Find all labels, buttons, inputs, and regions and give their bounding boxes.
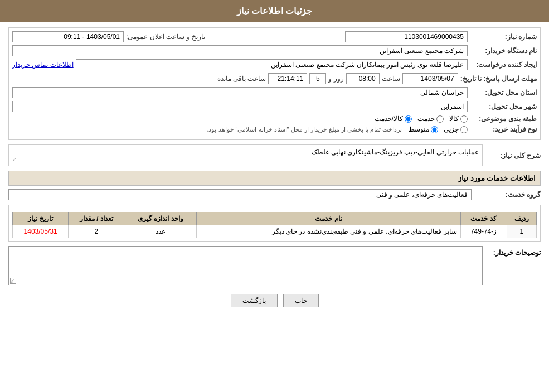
row-noaa: نوع فرآیند خرید: جزیی متوسط پرداخت تمام … xyxy=(12,125,537,133)
row-shomara: شماره نیاز: 1103001469000435 تاریخ و ساع… xyxy=(12,31,537,42)
tabaqe-kala-khedmat: کالا/خدمت xyxy=(375,115,412,123)
tarikh-label: تاریخ و ساعت اعلان عمومی: xyxy=(126,33,205,41)
row-goroh: گروه خدمت: فعالیت‌های حرفه‌ای، علمی و فن… xyxy=(8,189,541,200)
row-tabaqe: طبقه بندی موضوعی: کالا خدمت کالا/خدمت xyxy=(12,115,537,123)
tabaqe-radio-group: کالا خدمت کالا/خدمت xyxy=(375,115,468,123)
ijad-label: ایجاد کننده درخواست: xyxy=(470,61,537,69)
page-wrapper: جزئیات اطلاعات نیاز شماره نیاز: 11030014… xyxy=(0,0,549,392)
shomara-label: شماره نیاز: xyxy=(470,33,537,41)
header-row: ردیف کد خدمت نام خدمت واحد اندازه گیری ت… xyxy=(13,212,537,225)
cell-vahed: عدد xyxy=(124,225,197,238)
col-tedad: تعداد / مقدار xyxy=(69,212,124,225)
buyer-notes-box: ↙ xyxy=(8,246,483,285)
mohlat-mande-label: ساعت باقی مانده xyxy=(217,75,266,83)
label-jozii: جزیی xyxy=(444,125,459,133)
shahr-label: شهر محل تحویل: xyxy=(470,103,537,110)
col-vahed: واحد اندازه گیری xyxy=(124,212,197,225)
shahr-value: اسفراین xyxy=(12,101,468,112)
page-title: جزئیات اطلاعات نیاز xyxy=(237,6,313,16)
noaa-label: نوع فرآیند خرید: xyxy=(470,125,537,133)
khadamat-section-title: اطلاعات خدمات مورد نیاز xyxy=(8,171,541,186)
cell-radif: 1 xyxy=(507,225,537,238)
table-body: 1 ز-74-749 سایر فعالیت‌های حرفه‌ای، علمی… xyxy=(13,225,537,238)
ijad-value: علیرضا قلعه نوی رئیس امور بیمانکاران شرک… xyxy=(76,59,468,70)
main-info-section: شماره نیاز: 1103001469000435 تاریخ و ساع… xyxy=(8,27,541,140)
tabaqe-kala: کالا xyxy=(449,115,468,123)
mohlat-roz-label: روز و xyxy=(328,75,343,83)
mohlat-date: 1403/05/07 xyxy=(402,73,458,84)
noaa-motevaset: متوسط xyxy=(409,125,438,133)
row-ostan: استان محل تحویل: خراسان شمالی xyxy=(12,87,537,98)
radio-khedmat[interactable] xyxy=(436,115,444,123)
tabaqe-khedmat: خدمت xyxy=(417,115,444,123)
sharh-label: شرح کلی نیاز: xyxy=(485,152,541,159)
itelaat-link[interactable]: اطلاعات تماس خریدار xyxy=(12,61,74,69)
col-kod: کد خدمت xyxy=(460,212,507,225)
mohlat-label: مهلت ارسال پاسخ: تا تاریخ: xyxy=(460,75,537,83)
col-radif: ردیف xyxy=(507,212,537,225)
goroh-value: فعالیت‌های حرفه‌ای، علمی و فنی xyxy=(8,189,472,200)
back-button[interactable]: بازگشت xyxy=(231,294,278,307)
table-header: ردیف کد خدمت نام خدمت واحد اندازه گیری ت… xyxy=(13,212,537,225)
row-shahr: شهر محل تحویل: اسفراین xyxy=(12,101,537,112)
label-kala-khedmat: کالا/خدمت xyxy=(375,115,403,123)
radio-kala-khedmat[interactable] xyxy=(405,115,412,123)
mohlat-roz-value: 5 xyxy=(309,73,326,84)
label-motevaset: متوسط xyxy=(409,125,429,133)
noaa-jozii: جزیی xyxy=(444,125,468,133)
services-section: ردیف کد خدمت نام خدمت واحد اندازه گیری ت… xyxy=(8,205,541,242)
namdastgah-label: نام دستگاه خریدار: xyxy=(470,47,537,55)
mohlat-saat-value: 08:00 xyxy=(346,73,380,84)
row-ijad: ایجاد کننده درخواست: علیرضا قلعه نوی رئی… xyxy=(12,59,537,70)
cell-tarikh: 1403/05/31 xyxy=(13,225,69,238)
radio-kala[interactable] xyxy=(460,115,468,123)
buyer-notes-label: توصیحات خریدار: xyxy=(485,246,541,257)
mohlat-mande-value: 21:14:11 xyxy=(268,73,307,84)
noaa-radio-group: جزیی متوسط xyxy=(409,125,468,133)
cell-name: سایر فعالیت‌های حرفه‌ای، علمی و فنی طبقه… xyxy=(197,225,460,238)
row-sharh: شرح کلی نیاز: عملیات حرارتی القایی-دیپ ف… xyxy=(8,144,541,166)
button-group: چاپ بازگشت xyxy=(8,294,541,307)
cell-tedad: 2 xyxy=(69,225,124,238)
cell-kod: ز-74-749 xyxy=(460,225,507,238)
ostan-label: استان محل تحویل: xyxy=(470,89,537,96)
radio-motevaset[interactable] xyxy=(431,126,438,133)
label-kala: کالا xyxy=(449,115,459,123)
sharh-section: عملیات حرارتی القایی-دیپ فریزینگ-ماشینکا… xyxy=(8,144,483,166)
col-name: نام خدمت xyxy=(197,212,460,225)
col-tarikh: تاریخ نیاز xyxy=(13,212,69,225)
label-khedmat: خدمت xyxy=(417,115,435,123)
radio-jozii[interactable] xyxy=(460,126,468,133)
tabaqe-label: طبقه بندی موضوعی: xyxy=(470,115,537,123)
goroh-label: گروه خدمت: xyxy=(474,191,541,199)
tarikh-value: 1403/05/01 - 09:11 xyxy=(12,31,124,42)
shomara-value: 1103001469000435 xyxy=(345,31,468,42)
table-row: 1 ز-74-749 سایر فعالیت‌های حرفه‌ای، علمی… xyxy=(13,225,537,238)
page-header: جزئیات اطلاعات نیاز xyxy=(0,0,549,22)
row-namdastgah: نام دستگاه خریدار: شرکت مجتمع صنعتی اسفر… xyxy=(12,45,537,56)
ostan-value: خراسان شمالی xyxy=(12,87,468,98)
content-area: شماره نیاز: 1103001469000435 تاریخ و ساع… xyxy=(0,22,549,321)
namdastgah-value: شرکت مجتمع صنعتی اسفراین xyxy=(12,45,468,56)
noaa-note: پرداخت تمام یا بخشی از مبلغ خریدار از مح… xyxy=(207,126,402,133)
mohlat-saat-label: ساعت xyxy=(382,75,400,83)
print-button[interactable]: چاپ xyxy=(283,294,319,307)
services-table: ردیف کد خدمت نام خدمت واحد اندازه گیری ت… xyxy=(12,212,537,238)
sharh-value: عملیات حرارتی القایی-دیپ فریزینگ-ماشینکا… xyxy=(12,148,479,156)
row-mohlat: مهلت ارسال پاسخ: تا تاریخ: 1403/05/07 سا… xyxy=(12,73,537,84)
buyer-notes-area: توصیحات خریدار: ↙ xyxy=(8,246,541,285)
